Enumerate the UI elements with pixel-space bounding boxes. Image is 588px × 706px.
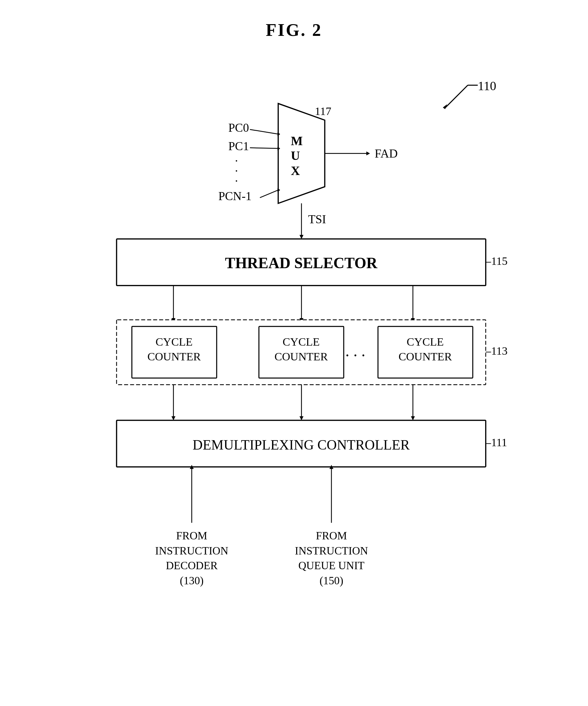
svg-marker-32 bbox=[411, 416, 415, 420]
ref-110: 110 bbox=[478, 79, 496, 93]
svg-line-4 bbox=[250, 129, 278, 134]
dots-horizontal-counters: . . . bbox=[345, 342, 366, 360]
ref-117: 117 bbox=[315, 105, 331, 117]
svg-line-0 bbox=[445, 85, 468, 108]
from-instruction-decoder-line1: FROM bbox=[176, 530, 207, 542]
page-title: FIG. 2 bbox=[0, 0, 588, 40]
pc0-label: PC0 bbox=[228, 121, 249, 134]
cycle-counter-2-line1: CYCLE bbox=[283, 336, 320, 348]
ref-113: 113 bbox=[491, 345, 508, 357]
svg-marker-28 bbox=[172, 416, 176, 420]
mux-label-u: U bbox=[291, 149, 300, 163]
demux-controller-text: DEMULTIPLEXING CONTROLLER bbox=[193, 437, 410, 453]
svg-marker-30 bbox=[299, 416, 303, 420]
cycle-counter-1-line2: COUNTER bbox=[148, 350, 201, 363]
mux-label-x: X bbox=[291, 164, 300, 178]
fad-label: FAD bbox=[375, 147, 398, 160]
cycle-counter-n-line2: COUNTER bbox=[398, 350, 452, 363]
tsi-label: TSI bbox=[308, 212, 326, 226]
mux-label-m: M bbox=[291, 134, 303, 148]
from-instruction-queue-line2: INSTRUCTION bbox=[295, 545, 368, 557]
ref-111: 111 bbox=[491, 436, 507, 448]
diagram-container: 110 M U X 117 PC0 PC1 · · · PCN-1 FAD TS… bbox=[50, 47, 538, 679]
thread-selector-text: THREAD SELECTOR bbox=[225, 254, 378, 272]
from-instruction-queue-line1: FROM bbox=[316, 530, 347, 542]
svg-marker-13 bbox=[299, 235, 303, 239]
pcn1-label: PCN-1 bbox=[218, 189, 252, 203]
dots-vertical-pc3: · bbox=[235, 174, 238, 188]
cycle-counter-n-line1: CYCLE bbox=[407, 336, 444, 348]
from-instruction-queue-line4: (150) bbox=[320, 575, 343, 587]
svg-marker-3 bbox=[278, 104, 325, 203]
from-instruction-decoder-line4: (130) bbox=[180, 575, 204, 587]
from-instruction-queue-line3: QUEUE UNIT bbox=[298, 559, 364, 572]
cycle-counter-1-line1: CYCLE bbox=[156, 336, 193, 348]
svg-line-8 bbox=[260, 190, 279, 198]
svg-marker-11 bbox=[366, 152, 370, 156]
ref-115: 115 bbox=[491, 255, 508, 267]
from-instruction-decoder-line2: INSTRUCTION bbox=[155, 545, 228, 557]
pc1-label: PC1 bbox=[228, 140, 249, 153]
from-instruction-decoder-line3: DECODER bbox=[166, 559, 218, 572]
cycle-counter-2-line2: COUNTER bbox=[275, 350, 328, 363]
svg-line-6 bbox=[250, 148, 278, 149]
